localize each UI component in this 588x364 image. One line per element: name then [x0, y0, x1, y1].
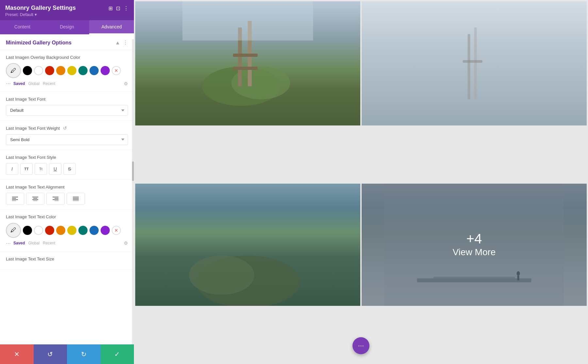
font-style-field: Last Image Text Font Style I TT Tt U S: [0, 150, 134, 180]
color-tab-recent-overlay[interactable]: Recent: [43, 81, 55, 86]
color-dots-overlay[interactable]: ···: [6, 80, 11, 87]
color-tab-global-text[interactable]: Global: [28, 241, 40, 245]
eyedropper-btn-text[interactable]: 🖊: [6, 223, 21, 238]
capitalize-btn[interactable]: Tt: [35, 163, 47, 175]
section-more-icon[interactable]: ⋮: [123, 40, 128, 46]
section-controls: ▲ ⋮: [115, 40, 128, 46]
color-settings-gear-overlay[interactable]: ⚙: [124, 81, 128, 86]
gallery-overlay: +4 View More: [362, 184, 587, 306]
font-weight-label: Last Image Text Font Weight ↺: [6, 125, 128, 132]
uppercase-btn[interactable]: TT: [20, 163, 33, 175]
cancel-button[interactable]: ✕: [0, 344, 34, 364]
svg-point-27: [189, 256, 254, 295]
image-placeholder-1: [135, 1, 360, 125]
overlay-bg-label: Last Imagen Overlay Background Color: [6, 55, 128, 60]
section-header: Minimized Gallery Options ▲ ⋮: [0, 34, 134, 50]
swatch-black-text[interactable]: [23, 226, 32, 235]
swatch-purple-overlay[interactable]: [101, 66, 110, 75]
tab-design[interactable]: Design: [45, 20, 90, 34]
fab-button[interactable]: ···: [352, 337, 369, 354]
color-tab-saved-text[interactable]: Saved: [13, 241, 25, 245]
overlay-color-swatches: 🖊 ✕: [6, 63, 128, 78]
eyedropper-btn-overlay[interactable]: 🖊: [6, 63, 21, 78]
svg-rect-20: [233, 54, 258, 57]
tab-advanced[interactable]: Advanced: [89, 20, 134, 34]
bottom-bar: ✕ ↺ ↻ ✓: [0, 344, 134, 364]
tab-content[interactable]: Content: [0, 20, 45, 34]
font-label: Last Image Text Font: [6, 96, 128, 102]
font-select[interactable]: Default Arial Georgia Helvetica: [6, 105, 128, 116]
font-weight-select[interactable]: Thin Light Regular Semi Bold Bold Extra …: [6, 134, 128, 145]
more-options-icon[interactable]: ⋮: [123, 5, 129, 11]
svg-rect-21: [233, 67, 258, 70]
overlay-count-text: +4: [466, 232, 482, 246]
scene-svg: [362, 1, 587, 125]
swatch-white-overlay[interactable]: [34, 66, 43, 75]
swatch-black-overlay[interactable]: [23, 66, 32, 75]
svg-rect-24: [474, 27, 477, 99]
save-button[interactable]: ✓: [101, 344, 134, 364]
text-color-field: Last Image Text Text Color 🖊 ✕ ··· Saved…: [0, 209, 134, 251]
reset-font-weight-icon[interactable]: ↺: [63, 125, 67, 131]
font-field: Last Image Text Font Default Arial Georg…: [0, 92, 134, 121]
strikethrough-btn[interactable]: S: [63, 163, 76, 175]
color-tab-global-overlay[interactable]: Global: [28, 81, 40, 86]
text-alignment-label: Last Image Text Text Alignment: [6, 184, 128, 190]
alignment-buttons: [6, 193, 128, 205]
redo-button[interactable]: ↻: [67, 344, 101, 364]
font-style-label: Last Image Text Font Style: [6, 155, 128, 160]
collapse-icon[interactable]: ▲: [115, 40, 120, 46]
settings-panel: Masonry Gallery Settings Preset: Default…: [0, 0, 134, 364]
swatch-blue-text[interactable]: [90, 226, 99, 235]
undo-button[interactable]: ↺: [34, 344, 67, 364]
swatch-clear-overlay[interactable]: ✕: [112, 66, 121, 75]
image-placeholder-2: [362, 1, 587, 125]
text-size-label: Last Image Text Text Size: [6, 256, 128, 262]
underline-btn[interactable]: U: [49, 163, 61, 175]
panel-preset[interactable]: Preset: Default ▾: [5, 12, 76, 17]
swatch-yellow-overlay[interactable]: [67, 66, 76, 75]
swatch-red-text[interactable]: [45, 226, 54, 235]
align-center-btn[interactable]: [26, 193, 44, 205]
expand-icon[interactable]: ⊡: [116, 5, 120, 11]
panel-body: Minimized Gallery Options ▲ ⋮ Last Image…: [0, 34, 134, 364]
text-color-label: Last Image Text Text Color: [6, 214, 128, 220]
color-dots-text[interactable]: ···: [6, 240, 11, 247]
swatch-red-overlay[interactable]: [45, 66, 54, 75]
font-style-buttons: I TT Tt U S: [6, 163, 128, 175]
panel-header-info: Masonry Gallery Settings Preset: Default…: [5, 5, 76, 17]
focus-mode-icon[interactable]: ⊞: [108, 5, 113, 11]
panel-header: Masonry Gallery Settings Preset: Default…: [0, 0, 134, 20]
swatch-orange-overlay[interactable]: [56, 66, 65, 75]
panel-header-icons: ⊞ ⊡ ⋮: [108, 5, 129, 11]
swatch-white-text[interactable]: [34, 226, 43, 235]
text-alignment-field: Last Image Text Text Alignment: [0, 180, 134, 209]
color-tab-recent-text[interactable]: Recent: [43, 241, 55, 245]
color-tabs-text: ··· Saved Global Recent ⚙: [6, 240, 128, 247]
color-tabs-overlay: ··· Saved Global Recent ⚙: [6, 80, 128, 87]
align-left-btn[interactable]: [6, 193, 24, 205]
image-placeholder-3: [135, 184, 360, 306]
swatch-clear-text[interactable]: ✕: [112, 226, 121, 235]
color-settings-gear-text[interactable]: ⚙: [124, 240, 128, 246]
swatch-blue-overlay[interactable]: [90, 66, 99, 75]
swatch-yellow-text[interactable]: [67, 226, 76, 235]
swatch-teal-overlay[interactable]: [78, 66, 88, 75]
text-size-field: Last Image Text Text Size: [0, 252, 134, 270]
swatch-purple-text[interactable]: [101, 226, 110, 235]
color-tab-saved-overlay[interactable]: Saved: [13, 81, 25, 86]
align-right-btn[interactable]: [46, 193, 65, 205]
gallery-preview: +4 View More ···: [134, 0, 588, 364]
panel-title: Masonry Gallery Settings: [5, 5, 76, 11]
align-justify-btn[interactable]: [67, 193, 85, 205]
tab-bar: Content Design Advanced: [0, 20, 134, 34]
foliage-svg: [135, 184, 360, 306]
svg-rect-23: [468, 34, 470, 99]
swatch-orange-text[interactable]: [56, 226, 65, 235]
text-color-swatches: 🖊 ✕: [6, 223, 128, 238]
swatch-teal-text[interactable]: [78, 226, 88, 235]
gallery-image-1: [135, 1, 360, 125]
italic-btn[interactable]: I: [6, 163, 18, 175]
svg-rect-25: [463, 60, 482, 63]
overlay-bg-color-field: Last Imagen Overlay Background Color 🖊 ✕…: [0, 50, 134, 92]
